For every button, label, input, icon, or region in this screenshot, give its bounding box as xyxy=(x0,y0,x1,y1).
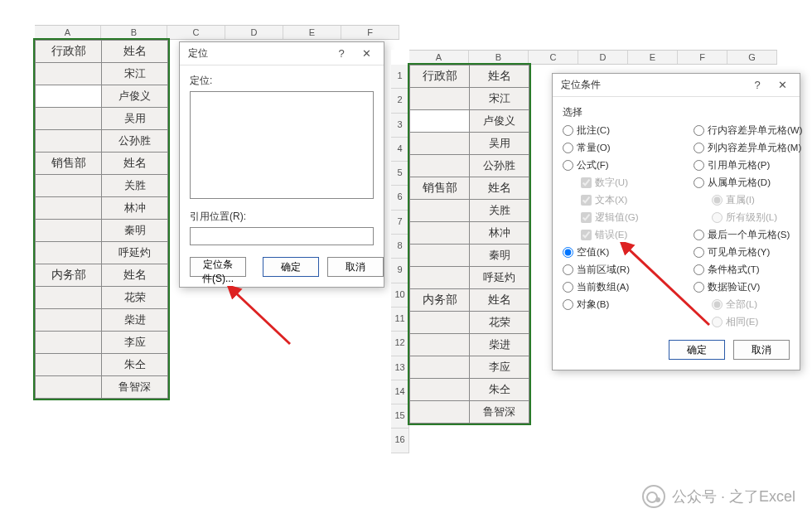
cell[interactable] xyxy=(410,267,470,289)
radio-option[interactable]: 可见单元格(Y) xyxy=(694,246,812,259)
cell[interactable]: 吴用 xyxy=(102,108,168,130)
special-button[interactable]: 定位条件(S)... xyxy=(190,257,246,277)
radio-input[interactable] xyxy=(694,177,704,188)
cell[interactable] xyxy=(410,155,470,177)
cell[interactable] xyxy=(410,379,470,401)
radio-input[interactable] xyxy=(563,125,573,136)
cell[interactable] xyxy=(410,133,470,155)
radio-option[interactable]: 公式(F) xyxy=(563,159,687,172)
radio-input[interactable] xyxy=(694,264,704,275)
cell[interactable]: 宋江 xyxy=(470,88,529,110)
cell[interactable]: 秦明 xyxy=(470,245,529,267)
close-icon[interactable]: ✕ xyxy=(354,47,379,60)
cell[interactable]: 秦明 xyxy=(102,220,168,242)
cell[interactable]: 姓名 xyxy=(102,41,168,63)
cell[interactable] xyxy=(36,220,102,242)
row-header[interactable]: 13 xyxy=(391,356,409,380)
cell[interactable]: 销售部 xyxy=(36,153,102,175)
radio-input[interactable] xyxy=(563,264,573,275)
cell[interactable] xyxy=(36,287,102,309)
help-icon[interactable]: ? xyxy=(745,79,770,91)
cell[interactable] xyxy=(36,376,102,399)
cell[interactable]: 林冲 xyxy=(102,197,168,220)
cell[interactable] xyxy=(36,354,102,376)
cell[interactable]: 宋江 xyxy=(102,63,168,85)
radio-option[interactable]: 最后一个单元格(S) xyxy=(694,229,812,241)
cell[interactable]: 公孙胜 xyxy=(102,130,168,153)
cell[interactable] xyxy=(410,222,470,245)
cell[interactable]: 姓名 xyxy=(470,289,529,312)
radio-input[interactable] xyxy=(563,247,573,258)
row-header[interactable]: 9 xyxy=(391,259,409,283)
data-table-right[interactable]: 行政部姓名宋江卢俊义吴用公孙胜销售部姓名关胜林冲秦明呼延灼内务部姓名花荣柴进李应… xyxy=(409,65,529,424)
radio-option[interactable]: 数据验证(V) xyxy=(694,281,812,293)
cell[interactable]: 朱仝 xyxy=(470,379,529,401)
radio-input[interactable] xyxy=(563,282,573,293)
cell[interactable]: 行政部 xyxy=(410,65,470,88)
col-header[interactable]: C xyxy=(529,51,578,64)
radio-option[interactable]: 当前区域(R) xyxy=(563,264,687,276)
col-header[interactable]: D xyxy=(578,51,628,64)
radio-option[interactable]: 行内容差异单元格(W) xyxy=(694,124,812,137)
close-icon[interactable]: ✕ xyxy=(770,79,795,91)
radio-option[interactable]: 条件格式(T) xyxy=(694,264,812,276)
cell[interactable]: 李应 xyxy=(102,332,168,354)
cell[interactable]: 姓名 xyxy=(102,153,168,175)
col-header[interactable]: F xyxy=(341,26,399,39)
cancel-button[interactable]: 取消 xyxy=(733,340,790,360)
cell[interactable]: 姓名 xyxy=(470,177,529,200)
cell[interactable]: 行政部 xyxy=(36,41,102,63)
radio-option[interactable]: 对象(B) xyxy=(563,298,687,311)
radio-option[interactable]: 引用单元格(P) xyxy=(694,159,812,172)
cell[interactable] xyxy=(410,110,470,133)
col-header[interactable]: G xyxy=(727,51,777,64)
reference-input[interactable] xyxy=(190,227,374,245)
row-header[interactable]: 4 xyxy=(391,138,409,162)
cell[interactable]: 关胜 xyxy=(470,200,529,222)
cell[interactable]: 吴用 xyxy=(470,133,529,155)
cell[interactable] xyxy=(36,85,102,108)
row-header[interactable]: 11 xyxy=(391,308,409,332)
cell[interactable]: 林冲 xyxy=(470,222,529,245)
row-header[interactable]: 15 xyxy=(391,404,409,429)
row-header[interactable]: 8 xyxy=(391,235,409,259)
radio-input[interactable] xyxy=(694,230,704,240)
radio-input[interactable] xyxy=(563,160,573,171)
row-header[interactable]: 12 xyxy=(391,332,409,356)
radio-option[interactable]: 常量(O) xyxy=(563,142,687,154)
cell[interactable] xyxy=(36,175,102,197)
cell[interactable] xyxy=(36,108,102,130)
radio-input[interactable] xyxy=(694,125,704,136)
radio-input[interactable] xyxy=(694,282,704,293)
cell[interactable]: 朱仝 xyxy=(102,354,168,376)
cell[interactable]: 呼延灼 xyxy=(470,267,529,289)
ok-button[interactable]: 确定 xyxy=(669,340,725,360)
cell[interactable]: 姓名 xyxy=(470,65,529,88)
cell[interactable]: 花荣 xyxy=(470,312,529,334)
cell[interactable] xyxy=(36,130,102,153)
cell[interactable]: 柴进 xyxy=(470,334,529,356)
cell[interactable]: 内务部 xyxy=(410,289,470,312)
cell[interactable] xyxy=(36,63,102,85)
cell[interactable]: 卢俊义 xyxy=(102,85,168,108)
row-header[interactable]: 16 xyxy=(391,429,409,453)
cell[interactable] xyxy=(410,88,470,110)
cell[interactable] xyxy=(36,197,102,220)
cell[interactable]: 关胜 xyxy=(102,175,168,197)
row-header[interactable]: 2 xyxy=(391,89,409,113)
col-header[interactable]: B xyxy=(469,51,529,64)
radio-option[interactable]: 从属单元格(D) xyxy=(694,177,812,189)
cell[interactable]: 呼延灼 xyxy=(102,242,168,264)
col-header[interactable]: A xyxy=(409,51,469,64)
ok-button[interactable]: 确定 xyxy=(263,257,319,277)
cell[interactable]: 李应 xyxy=(470,356,529,379)
cell[interactable] xyxy=(410,334,470,356)
cell[interactable]: 销售部 xyxy=(410,177,470,200)
cell[interactable] xyxy=(410,312,470,334)
cell[interactable] xyxy=(410,200,470,222)
row-header[interactable]: 1 xyxy=(391,65,409,89)
cell[interactable]: 鲁智深 xyxy=(102,376,168,399)
col-header[interactable]: C xyxy=(167,26,225,39)
cell[interactable]: 公孙胜 xyxy=(470,155,529,177)
col-header[interactable]: F xyxy=(678,51,727,64)
